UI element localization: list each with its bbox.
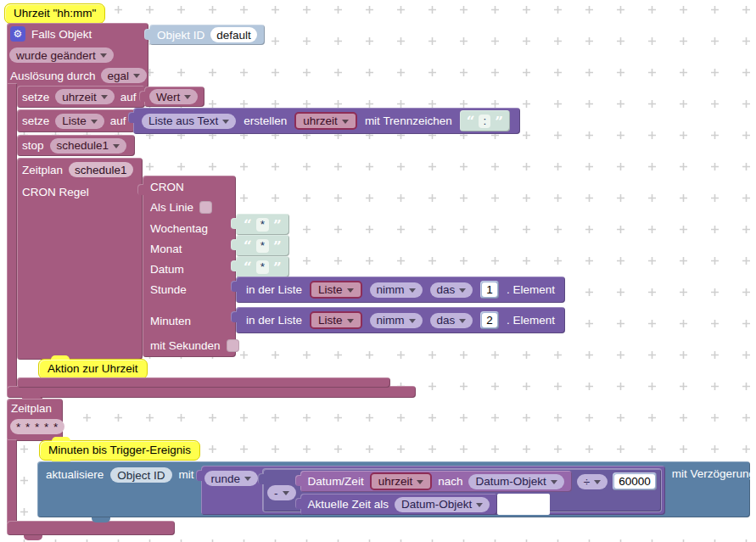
schedule-named-block[interactable]: Zeitplan schedule1 CRON Regel (17, 158, 143, 360)
comment-minutes-trigger[interactable]: Minuten bis Trigger-Ereignis (39, 440, 200, 461)
list-from-text-block[interactable]: Liste aus Text erstellen uhrzeit mit Tre… (133, 108, 520, 134)
minus-label: - (274, 487, 278, 500)
setze-label: setze (22, 91, 49, 103)
text-delimiter-block[interactable]: “ : ” (460, 110, 510, 131)
number-field[interactable]: 1 (482, 282, 497, 297)
list-get-minute-block[interactable]: in der Liste Liste nimm das 2 . Element (236, 307, 565, 333)
list-get-hour-block[interactable]: in der Liste Liste nimm das 1 . Element (236, 277, 565, 303)
variable-dropdown-liste[interactable]: Liste (55, 114, 104, 129)
update-object-block[interactable]: aktualisiere Object ID mit runde (37, 461, 750, 517)
statement-top-tab (22, 394, 41, 399)
star-field[interactable]: * (256, 239, 269, 253)
delimiter-label: mit Trennzeichen (365, 115, 452, 127)
divide-math-block[interactable]: - Datum/Zeit uhrzeit (262, 468, 662, 512)
schedule-name-field[interactable]: schedule1 (69, 162, 133, 177)
comment-time-format[interactable]: Uhrzeit "hh:mm" (4, 3, 105, 24)
variable-get-liste-block[interactable]: Liste (310, 311, 362, 329)
puzzle-connector (137, 184, 143, 195)
list-mode-dropdown[interactable]: Liste aus Text (142, 114, 236, 129)
wert-label: Wert (156, 91, 180, 103)
current-time-block[interactable]: Aktuelle Zeit als Datum-Objekt (300, 494, 498, 515)
trigger-by-dropdown[interactable]: egal (101, 68, 148, 83)
mit-label: mit (179, 468, 194, 481)
setze-label: setze (22, 115, 49, 127)
comment-action-time[interactable]: Aktion zur Uhrzeit (38, 359, 148, 379)
variable-get-liste-block[interactable]: Liste (310, 281, 362, 299)
cron-hour-label: Stunde (150, 283, 187, 296)
trigger-falls-objekt-block[interactable]: ⚙ Falls Objekt wurde geändert Auslösung … (7, 23, 148, 88)
blockly-workspace[interactable]: Uhrzeit "hh:mm" ⚙ Falls Objekt wurde geä… (0, 0, 756, 542)
star-field[interactable]: * (256, 218, 269, 232)
minus-op-dropdown[interactable]: - (267, 485, 296, 500)
schedule-name: schedule1 (57, 139, 109, 152)
dropdown-arrow-icon (283, 491, 289, 495)
datetime-convert-block[interactable]: Datum/Zeit uhrzeit nach Datum-Objekt (300, 471, 572, 492)
trigger-block-bottom (7, 386, 416, 398)
cron-schedule-bottom (7, 521, 175, 535)
delimiter-field[interactable]: : (479, 115, 490, 128)
comment-top-tab (52, 437, 70, 441)
stop-schedule-block[interactable]: stop schedule1 (17, 135, 135, 156)
objekt-id-field[interactable]: default (210, 27, 257, 42)
wert-dropdown[interactable]: Wert (149, 89, 198, 104)
mit-sekunden-checkbox[interactable] (227, 339, 239, 352)
text-star-month-block[interactable]: “ * ” (236, 235, 289, 256)
element-label: . Element (507, 314, 555, 327)
cron-regel-label: CRON Regel (22, 186, 89, 198)
oid-label: Object ID (117, 469, 165, 482)
empty-input-hole (497, 494, 550, 515)
round-block[interactable]: runde - (201, 466, 665, 515)
cron-rule-field[interactable]: * * * * * (10, 419, 64, 434)
minus-math-block[interactable]: - Datum/Zeit uhrzeit (267, 471, 572, 515)
cron-as-line-row: Als Linie (150, 201, 212, 214)
quote-open-icon: “ (244, 241, 252, 251)
number-field[interactable]: 2 (482, 313, 497, 327)
objekt-id-label: Objekt ID (157, 29, 204, 42)
variable-name: Liste (318, 314, 343, 327)
trigger-change-dropdown[interactable]: wurde geändert (9, 47, 114, 63)
variable-get-uhrzeit-block[interactable]: uhrzeit (370, 472, 433, 490)
als-linie-checkbox[interactable] (199, 201, 212, 214)
cron-rule-block[interactable]: CRON Als Linie Wochentag Monat Datum Stu… (143, 176, 236, 357)
variable-name: Liste (62, 115, 87, 127)
trigger-by-value: egal (108, 70, 130, 82)
variable-dropdown-uhrzeit[interactable]: uhrzeit (55, 89, 115, 104)
number-divisor-block[interactable]: 60000 (613, 472, 657, 490)
stop-label: stop (22, 139, 44, 152)
wert-value-block[interactable]: Wert (144, 87, 204, 107)
list-which-dropdown[interactable]: das (430, 282, 473, 298)
list-which-dropdown[interactable]: das (430, 313, 473, 328)
cron-schedule-block[interactable]: Zeitplan * * * * * (7, 399, 63, 441)
dropdown-arrow-icon (184, 95, 191, 99)
dropdown-arrow-icon (347, 319, 354, 323)
list-op-dropdown[interactable]: nimm (370, 282, 423, 298)
statement-tab (92, 517, 110, 522)
comment-time-format-text: Uhrzeit "hh:mm" (14, 7, 96, 20)
number-index-block[interactable]: 1 (480, 281, 499, 299)
format-label: Datum-Objekt (475, 475, 546, 488)
dropdown-arrow-icon (417, 480, 423, 484)
text-star-weekday-block[interactable]: “ * ” (236, 214, 289, 235)
schedule-block-bottom (17, 377, 390, 388)
dropdown-arrow-icon (91, 120, 98, 124)
now-format-dropdown[interactable]: Datum-Objekt (395, 497, 490, 512)
round-dropdown[interactable]: runde (204, 471, 259, 486)
op-label: nimm (377, 283, 405, 296)
set-variable-list-block[interactable]: setze Liste auf (17, 109, 135, 132)
stop-schedule-dropdown[interactable]: schedule1 (50, 138, 127, 154)
set-variable-time-block[interactable]: setze uhrzeit auf (17, 86, 145, 108)
element-label: . Element (507, 283, 555, 296)
cron-month-label: Monat (150, 243, 182, 255)
text-star-day-block[interactable]: “ * ” (236, 256, 289, 277)
star-field[interactable]: * (256, 260, 269, 274)
update-oid-field[interactable]: Object ID (110, 467, 171, 483)
dropdown-arrow-icon (409, 319, 416, 323)
datetime-format-dropdown[interactable]: Datum-Objekt (468, 474, 563, 489)
list-op-dropdown[interactable]: nimm (370, 313, 423, 328)
number-field[interactable]: 60000 (614, 474, 655, 489)
objekt-id-block[interactable]: Objekt ID default (149, 25, 265, 45)
gear-icon[interactable]: ⚙ (10, 26, 25, 42)
number-index-block[interactable]: 2 (480, 311, 499, 329)
divide-op-dropdown[interactable]: ÷ (577, 474, 608, 489)
variable-get-uhrzeit-block[interactable]: uhrzeit (294, 112, 357, 130)
